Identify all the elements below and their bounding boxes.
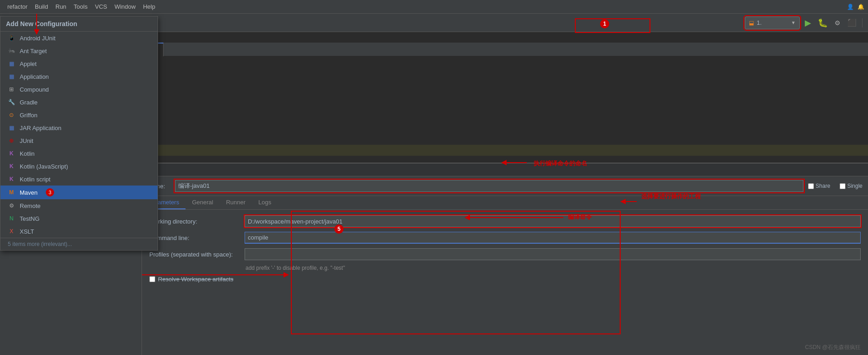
dropdown-arrow-icon: ▼: [791, 20, 796, 25]
maven-icon: M: [8, 189, 15, 196]
menu-tools[interactable]: Tools: [70, 3, 91, 10]
config-tabs: Parameters General Runner Logs: [142, 196, 868, 210]
gradle-icon: 🔧: [8, 98, 15, 106]
config-android-junit[interactable]: 📱 Android JUnit: [0, 32, 158, 44]
config-remote[interactable]: ⚙ Remote: [0, 199, 158, 212]
menu-run[interactable]: Run: [52, 3, 70, 10]
dropdown-header: Add New Configuration: [0, 16, 158, 32]
jar-icon: ▦: [8, 124, 15, 131]
config-type-icon: ⬓: [749, 20, 754, 26]
name-input[interactable]: [175, 180, 803, 192]
config-ant-target[interactable]: 🐜 Ant Target: [0, 44, 158, 57]
sep3: [862, 18, 863, 27]
resolve-label: Resolve Workspace artifacts: [158, 276, 234, 283]
debug-button[interactable]: 🐛: [816, 16, 829, 29]
share-label: Share: [816, 183, 830, 189]
config-application[interactable]: ▦ Application: [0, 70, 158, 83]
config-settings-button[interactable]: ⚙: [831, 16, 844, 29]
tab-general[interactable]: General: [186, 196, 219, 209]
resolve-row: Resolve Workspace artifacts: [149, 276, 861, 283]
working-dir-label: Working directory:: [149, 218, 241, 225]
run-config-text: 1.: [757, 19, 762, 26]
stop-btn[interactable]: ⬛: [846, 16, 858, 29]
tab-runner[interactable]: Runner: [219, 196, 252, 209]
single-checkbox-container: Single: [840, 183, 863, 189]
profiles-label: Profiles (separated with space):: [149, 251, 241, 258]
profiles-row: Profiles (separated with space):: [149, 248, 861, 260]
testng-label: TestNG: [20, 215, 39, 222]
junit-label: JUnit: [20, 137, 33, 144]
menu-build[interactable]: Build: [31, 3, 52, 10]
menu-help[interactable]: Help: [139, 3, 159, 10]
menu-bar: refactor Build Run Tools VCS Window Help…: [0, 0, 868, 14]
working-dir-row: Working directory:: [149, 215, 861, 227]
ant-target-label: Ant Target: [20, 48, 47, 55]
testng-icon: N: [8, 215, 15, 222]
remote-icon: ⚙: [8, 202, 15, 209]
dropdown-footer: 5 items more (irrelevant)...: [0, 238, 158, 250]
maven-label: Maven: [20, 189, 38, 196]
junit-icon: ⊕: [8, 137, 15, 144]
command-line-row: Command line:: [149, 232, 861, 244]
android-junit-icon: 📱: [8, 34, 15, 42]
bell-icon: 🔔: [857, 4, 864, 10]
config-body: Working directory: Command line: Profile…: [142, 210, 868, 288]
gradle-label: Gradle: [20, 99, 38, 106]
config-gradle[interactable]: 🔧 Gradle: [0, 96, 158, 109]
config-griffon[interactable]: ⊙ Griffon: [0, 109, 158, 121]
num3-badge: 3: [46, 188, 54, 197]
android-junit-label: Android JUnit: [20, 35, 55, 42]
share-checkbox-container: Share: [808, 183, 830, 189]
remote-label: Remote: [20, 202, 41, 209]
xslt-icon: X: [8, 228, 15, 235]
menu-vcs[interactable]: VCS: [91, 3, 111, 10]
kotlin-js-label: Kotlin (JavaScript): [20, 163, 68, 170]
config-kotlin[interactable]: K Kotlin: [0, 147, 158, 160]
compound-icon: ⊞: [8, 86, 15, 93]
application-label: Application: [20, 73, 49, 80]
config-kotlin-js[interactable]: K Kotlin (JavaScript): [0, 160, 158, 173]
applet-icon: ▦: [8, 60, 15, 67]
griffon-label: Griffon: [20, 112, 38, 119]
profiles-input[interactable]: [245, 248, 861, 260]
menu-window[interactable]: Window: [111, 3, 139, 10]
kotlin-script-label: Kotlin script: [20, 176, 50, 183]
kotlin-js-icon: K: [8, 163, 15, 170]
config-maven[interactable]: M Maven 3: [0, 186, 158, 199]
config-junit[interactable]: ⊕ JUnit: [0, 134, 158, 147]
command-line-input[interactable]: [245, 232, 861, 244]
config-testng[interactable]: N TestNG: [0, 212, 158, 225]
config-jar-application[interactable]: ▦ JAR Application: [0, 121, 158, 134]
compound-label: Compound: [20, 86, 49, 93]
config-name-row: Name: Share Single: [142, 176, 868, 196]
command-line-label: Command line:: [149, 235, 241, 241]
griffon-icon: ⊙: [8, 111, 15, 119]
kotlin-script-icon: K: [8, 175, 15, 183]
profiles-hint: add prefix '-' to disable profile, e.g. …: [149, 265, 861, 271]
kotlin-label: Kotlin: [20, 150, 35, 157]
ant-target-icon: 🐜: [8, 47, 15, 55]
resolve-checkbox[interactable]: [149, 276, 155, 282]
working-dir-input[interactable]: [245, 215, 861, 227]
config-applet[interactable]: ▦ Applet: [0, 57, 158, 70]
config-compound[interactable]: ⊞ Compound: [0, 83, 158, 96]
xslt-label: XSLT: [20, 228, 34, 235]
config-panel: Name: Share Single Parameters General Ru…: [142, 176, 868, 355]
share-checkbox[interactable]: [808, 183, 814, 189]
run-button[interactable]: ▶: [802, 16, 814, 29]
user-icon: 👤: [847, 4, 854, 10]
applet-label: Applet: [20, 60, 37, 67]
config-xslt[interactable]: X XSLT: [0, 225, 158, 238]
new-config-dropdown: Add New Configuration 📱 Android JUnit 🐜 …: [0, 16, 158, 251]
menu-refactor[interactable]: refactor: [4, 3, 31, 10]
config-kotlin-script[interactable]: K Kotlin script: [0, 173, 158, 186]
run-config-dropdown[interactable]: ⬓ 1. ▼: [745, 16, 800, 29]
kotlin-icon: K: [8, 150, 15, 157]
single-checkbox[interactable]: [840, 183, 846, 189]
jar-label: JAR Application: [20, 125, 61, 131]
tab-logs[interactable]: Logs: [252, 196, 278, 209]
application-icon: ▦: [8, 73, 15, 80]
single-label: Single: [847, 183, 863, 189]
